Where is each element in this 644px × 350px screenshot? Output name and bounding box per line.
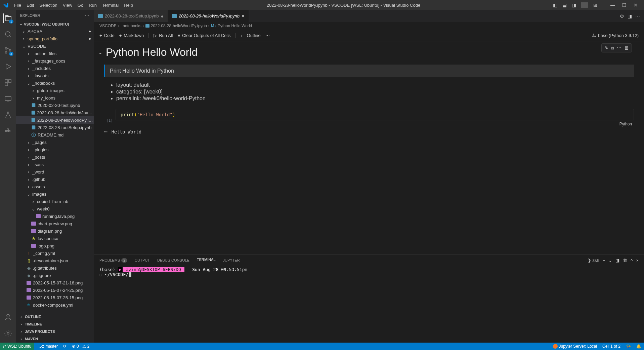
breadcrumb[interactable]: VSCODE› _notebooks› 2022-08-28-helloWorl… xyxy=(94,22,644,30)
timeline-section[interactable]: ›TIMELINE xyxy=(16,320,94,328)
close-icon[interactable]: ✕ xyxy=(630,2,641,8)
file-chart[interactable]: chart-preview.png xyxy=(16,220,94,227)
tab-jupyter[interactable]: JUPYTER xyxy=(223,258,240,262)
delete-icon[interactable]: 🗑 xyxy=(624,45,629,51)
file-gitattr[interactable]: ◆.gitattributes xyxy=(16,264,94,272)
folder-pages[interactable]: ›_pages xyxy=(16,139,94,146)
tab-problems[interactable]: PROBLEMS2 xyxy=(99,258,127,262)
folder-layouts[interactable]: ›_layouts xyxy=(16,72,94,79)
extensions-icon[interactable] xyxy=(3,78,13,87)
toggle-secondary-icon[interactable]: ◨ xyxy=(570,2,577,8)
workspace-root[interactable]: ⌄ VSCODE [WSL: UBUNTU] xyxy=(16,21,94,28)
add-code-button[interactable]: +Code xyxy=(99,33,115,38)
folder-assets[interactable]: ›assets xyxy=(16,183,94,190)
more-icon[interactable]: ⋯ xyxy=(617,45,621,51)
folder-copied[interactable]: ›copied_from_nb xyxy=(16,198,94,205)
maximize-icon[interactable]: ❐ xyxy=(618,2,630,8)
jupyter-server-indicator[interactable]: Jupyter Server: Local xyxy=(553,344,597,349)
sync-indicator[interactable]: ⟳ xyxy=(63,344,67,349)
cell-indicator[interactable]: Cell 1 of 2 xyxy=(602,344,620,349)
outline-section[interactable]: ›OUTLINE xyxy=(16,313,94,320)
split-cell-icon[interactable]: ⧈ xyxy=(611,45,614,51)
bell-icon[interactable]: 🔔 xyxy=(636,344,641,349)
testing-icon[interactable] xyxy=(3,110,13,120)
file-nb2[interactable]: 2022-08-28-helloWorldJava.ipynb xyxy=(16,109,94,116)
java-projects-section[interactable]: ›JAVA PROJECTS xyxy=(16,328,94,335)
menu-edit[interactable]: Edit xyxy=(24,1,37,9)
folder-plugins[interactable]: ›_plugins xyxy=(16,146,94,153)
kernel-picker[interactable]: 🖧 base (Python 3.9.12) xyxy=(592,33,639,38)
sidebar-more-icon[interactable]: ⋯ xyxy=(84,12,90,18)
more-icon[interactable]: ⋯ xyxy=(635,13,640,19)
menu-go[interactable]: Go xyxy=(75,1,86,9)
kill-terminal-icon[interactable]: 🗑 xyxy=(623,258,627,263)
tab-terminal[interactable]: TERMINAL xyxy=(197,258,216,263)
language-indicator[interactable]: Python xyxy=(116,120,634,127)
tab-toolsetup[interactable]: 2022-08-28-toolSetup.ipynb ● xyxy=(94,10,168,22)
docker-icon[interactable] xyxy=(3,126,13,136)
more-actions-icon[interactable]: ⋯ xyxy=(265,33,270,38)
feedback-icon[interactable]: 📯 xyxy=(626,344,631,349)
accounts-icon[interactable] xyxy=(3,312,13,322)
toggle-sidebar-icon[interactable]: ◧ xyxy=(551,2,559,8)
clear-outputs-button[interactable]: ≡Clear Outputs of All Cells xyxy=(177,33,230,38)
search-icon[interactable] xyxy=(3,30,13,39)
shell-indicator[interactable]: ❯ zsh xyxy=(588,258,599,263)
customize-layout-icon[interactable]: ⊞ xyxy=(592,2,599,8)
split-editor-icon[interactable]: ◨ xyxy=(628,13,632,19)
menu-run[interactable]: Run xyxy=(86,1,99,9)
menu-file[interactable]: File xyxy=(11,1,24,9)
folder-myicons[interactable]: ›my_icons xyxy=(16,94,94,102)
file-img3[interactable]: 2022-05-15-07-25-15.png xyxy=(16,294,94,301)
folder-sass[interactable]: ›_sass xyxy=(16,161,94,168)
folder-vscode[interactable]: ⌄VSCODE xyxy=(16,42,94,50)
folder-posts[interactable]: ›_posts xyxy=(16,153,94,161)
file-img2[interactable]: 2022-05-15-07-24-25.png xyxy=(16,286,94,294)
run-debug-icon[interactable] xyxy=(3,62,13,71)
menu-view[interactable]: View xyxy=(60,1,75,9)
remote-explorer-icon[interactable] xyxy=(3,94,13,104)
run-all-button[interactable]: ▷Run All xyxy=(154,33,173,38)
add-markdown-button[interactable]: +Markdown xyxy=(119,33,144,38)
notebook-body[interactable]: ✎ ⧈ ⋯ 🗑 ⌄ Python Hello World Print Hello… xyxy=(94,41,644,255)
output-actions-icon[interactable]: ⋯ xyxy=(104,128,108,135)
menu-selection[interactable]: Selection xyxy=(37,1,60,9)
terminal-body[interactable]: (base) ▶ avinh@DESKTOP-6FBS7DQ Sun Aug 2… xyxy=(94,266,644,343)
folder-notebooks[interactable]: ⌄_notebooks xyxy=(16,79,94,87)
edit-icon[interactable]: ✎ xyxy=(604,45,608,51)
file-favicon[interactable]: favicon.ico xyxy=(16,235,94,242)
file-img1[interactable]: 2022-05-15-07-21-16.png xyxy=(16,279,94,286)
file-nb4[interactable]: 2022-08-28-toolSetup.ipynb xyxy=(16,124,94,131)
new-terminal-icon[interactable]: + xyxy=(603,258,605,263)
maven-section[interactable]: ›MAVEN xyxy=(16,335,94,343)
folder-ghtop[interactable]: ›ghtop_images xyxy=(16,87,94,94)
close-tab-icon[interactable]: × xyxy=(242,13,244,19)
folder-spring[interactable]: ›spring_portfolio● xyxy=(16,35,94,42)
remote-indicator[interactable]: ⇄ WSL: Ubuntu xyxy=(0,343,34,350)
branch-indicator[interactable]: ⎇ master xyxy=(39,344,58,349)
settings-icon[interactable] xyxy=(3,328,13,338)
explorer-icon[interactable]: 1 xyxy=(3,13,13,23)
tab-output[interactable]: OUTPUT xyxy=(135,258,150,262)
file-config[interactable]: !_config.yml xyxy=(16,249,94,257)
menu-help[interactable]: Help xyxy=(121,1,136,9)
menu-terminal[interactable]: Terminal xyxy=(99,1,121,9)
tab-debug-console[interactable]: DEBUG CONSOLE xyxy=(157,258,189,262)
file-gitignore[interactable]: ◆.gitignore xyxy=(16,272,94,279)
file-diagram[interactable]: diagram.png xyxy=(16,227,94,235)
folder-action-files[interactable]: ›_action_files xyxy=(16,50,94,57)
split-terminal-dropdown-icon[interactable]: ⌄ xyxy=(608,258,612,263)
code-cell[interactable]: [1] print("Hello World") Python xyxy=(104,109,634,127)
file-dcompose[interactable]: docker-compose.yml xyxy=(16,301,94,309)
problems-indicator[interactable]: ⊗0 ⚠2 xyxy=(72,344,89,349)
folder-github[interactable]: ›.github xyxy=(16,176,94,183)
split-terminal-icon[interactable]: ◨ xyxy=(615,258,619,263)
outline-button[interactable]: ≔Outline xyxy=(241,33,261,38)
minimize-icon[interactable]: — xyxy=(607,2,618,8)
folder-includes[interactable]: ›_includes xyxy=(16,65,94,72)
file-nb3[interactable]: 2022-08-28-helloWorldPy.ipynb xyxy=(16,116,94,124)
chevron-down-icon[interactable]: ⌄ xyxy=(98,49,102,55)
code-input[interactable]: print("Hello World") xyxy=(116,109,634,120)
folder-fastpages[interactable]: ›_fastpages_docs xyxy=(16,57,94,65)
folder-week0[interactable]: ⌄week0 xyxy=(16,205,94,212)
